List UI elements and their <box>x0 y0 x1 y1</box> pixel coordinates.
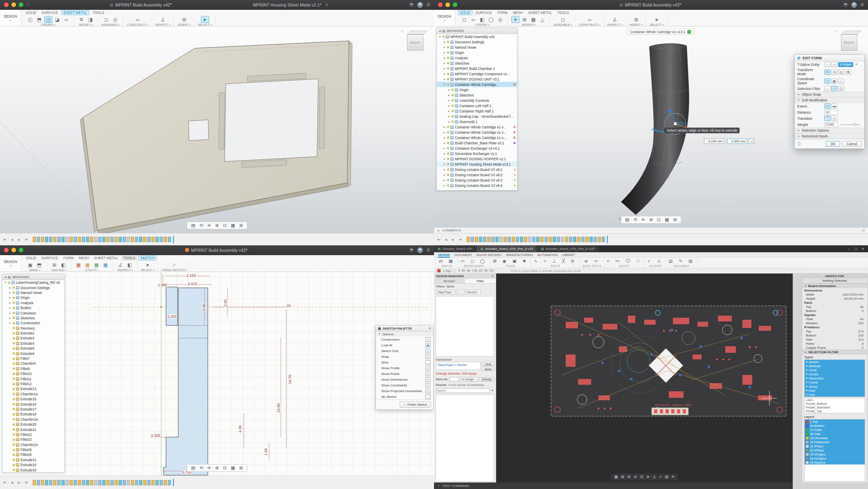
browser-tree-item[interactable]: ▸ Sketches <box>437 92 517 98</box>
timeline-feature-icon[interactable] <box>49 480 52 485</box>
edge-icon[interactable]: ─ <box>831 86 837 91</box>
layer-row[interactable]: 22 bPlace <box>805 448 865 452</box>
maximize-button[interactable] <box>19 2 23 7</box>
type-row[interactable]: Airwire <box>805 360 865 364</box>
expand-icon[interactable]: ▸ <box>443 179 446 182</box>
browser-tree-item[interactable]: ▸ Analysis <box>437 55 517 61</box>
group-label[interactable]: SELECT▾ <box>198 23 211 27</box>
browser-tree-item[interactable]: Fillet23 <box>2 437 64 442</box>
maximize-icon[interactable]: ▢ <box>854 247 858 251</box>
slider-knob[interactable] <box>854 123 857 126</box>
visibility-bulb-icon[interactable] <box>13 348 15 350</box>
timeline-feature-icon[interactable] <box>553 237 556 242</box>
timeline-feature-icon[interactable] <box>504 237 507 242</box>
expand-icon[interactable]: ▸ <box>447 120 450 123</box>
view-cube-top-face[interactable] <box>407 31 427 34</box>
utility-orange-icon[interactable]: ▦ <box>83 261 92 268</box>
expand-icon[interactable]: ▸ <box>447 88 450 92</box>
layer-row[interactable]: 20 Dimension <box>805 440 865 444</box>
browser-tree-item[interactable]: ▸ MPRINT DOSING HOPPER v1:1 <box>437 156 517 162</box>
visibility-bulb-icon[interactable] <box>13 418 15 420</box>
browser-tree-item[interactable]: Fillet9 <box>2 366 64 371</box>
timeline-feature-icon[interactable] <box>82 237 85 242</box>
titlebar[interactable]: MPRINT Build Assembly v42* ⬒ ⊞ <box>0 245 434 255</box>
local-space-icon[interactable]: ∟ <box>838 79 844 84</box>
type-row[interactable]: Circle <box>805 368 865 372</box>
visibility-bulb-icon[interactable] <box>447 52 449 54</box>
timeline-feature-icon[interactable] <box>53 237 56 242</box>
operator-select[interactable]: =▾ <box>457 290 464 294</box>
timeline-feature-icon[interactable] <box>41 480 44 485</box>
expand-icon[interactable]: ▸ <box>447 99 450 102</box>
visibility-bulb-icon[interactable] <box>447 153 449 155</box>
timeline-feature-icon[interactable] <box>589 237 593 242</box>
browser-tree-item[interactable]: ▾ LaserHousingCasing_RD v6 <box>2 280 64 285</box>
sketch-dimension[interactable]: 2.163 <box>186 274 196 278</box>
weight-input[interactable]: 0.000 <box>824 122 838 127</box>
timeline-feature-icon[interactable] <box>499 237 503 242</box>
timeline-feature-icon[interactable] <box>471 237 474 242</box>
timeline[interactable]: ⇤◂▸⇥ <box>0 233 434 245</box>
group-label[interactable]: MODIFY▾ <box>79 23 93 27</box>
edge-filter-icon[interactable]: ─ <box>831 62 837 67</box>
timeline-feature-icon[interactable] <box>544 237 548 242</box>
palette-option-row[interactable]: 3D Sketch <box>376 394 433 399</box>
sketch-dimension[interactable]: 24.60 <box>277 403 281 413</box>
timeline-feature-icon[interactable] <box>585 237 589 242</box>
job-status-icon[interactable]: ⬒ <box>843 2 847 7</box>
DOCUMENT[interactable]: DOCUMENT <box>454 253 472 257</box>
timeline-feature-icon[interactable] <box>155 480 159 485</box>
browser-tree-item[interactable]: ▸ Dosing Actuator Board V3 v9:3 ● <box>437 177 517 183</box>
timeline-feature-icon[interactable] <box>565 237 568 242</box>
timeline-feature-icon[interactable] <box>602 237 605 242</box>
SHEET METAL[interactable]: SHEET METAL <box>61 10 89 15</box>
sheet-icon[interactable]: ⬒ <box>35 16 43 23</box>
expand-icon[interactable]: ▸ <box>443 141 446 145</box>
sketch-dimension[interactable]: 2.165 <box>151 433 161 437</box>
translate-mode-icon[interactable]: ✛ <box>824 70 830 75</box>
expand-icon[interactable]: ▸ <box>447 104 450 108</box>
tab-close-icon[interactable]: ✕ <box>325 3 328 7</box>
toolbar-group-icons[interactable]: ▭ ◻ ◯ <box>461 258 488 264</box>
orbit-icon[interactable]: ⟲ <box>199 465 203 471</box>
layer-row[interactable]: 19 Unrouted <box>805 436 865 440</box>
settings-icon[interactable]: ✛ <box>672 475 675 479</box>
palette-option-row[interactable]: Show Projected Geometries ✓ <box>376 388 433 394</box>
FORM[interactable]: FORM <box>495 10 510 15</box>
expand-icon[interactable]: ▸ <box>447 94 450 97</box>
move-icon[interactable]: ⌖ <box>659 475 661 479</box>
collapse-icon[interactable]: ◂ <box>439 29 441 33</box>
visibility-bulb-icon[interactable] <box>13 373 15 375</box>
edit-form-icon[interactable]: ✛ <box>511 16 519 23</box>
palette-option-row[interactable]: Slice <box>376 359 433 365</box>
sketch-dimension[interactable]: 4.30 <box>238 425 242 433</box>
play-icon[interactable]: ▸ <box>16 480 22 485</box>
SURFACE[interactable]: SURFACE <box>474 10 494 15</box>
flange-icon[interactable]: ◰ <box>26 16 34 23</box>
timeline-feature-icon[interactable] <box>164 480 167 485</box>
visibility-bulb-icon[interactable] <box>13 358 15 360</box>
visibility-bulb-icon[interactable] <box>447 57 449 59</box>
timeline-feature-icon[interactable] <box>495 237 499 242</box>
timeline-feature-icon[interactable] <box>168 237 171 242</box>
sketch-viewport[interactable]: 2.1632.4131.5883.408.80252.16334.7024.60… <box>0 272 434 476</box>
fit-icon[interactable]: ⊡ <box>223 465 227 471</box>
viewports-icon[interactable]: ⊞ <box>239 465 243 471</box>
visibility-bulb-icon[interactable] <box>447 158 449 160</box>
timeline-feature-icon[interactable] <box>524 237 527 242</box>
timeline-feature-icon[interactable] <box>557 237 560 242</box>
toolbar-group-icons[interactable]: ⌖ ✂ ⟲ ◱ <box>607 258 642 264</box>
browser-tree-item[interactable]: ▸ Overmold 1 <box>437 119 517 124</box>
browser-tree-item[interactable]: Chamfer24 <box>2 442 64 447</box>
timeline-feature-icon[interactable] <box>487 237 490 242</box>
group-label[interactable]: INSERT▾ <box>630 23 643 27</box>
comments-expand-icon[interactable]: ⊡ <box>862 229 865 232</box>
utility-blue-icon[interactable]: ▦ <box>101 261 110 268</box>
option-checkbox[interactable]: ✓ <box>425 377 430 382</box>
expand-icon[interactable]: ▸ <box>443 136 446 139</box>
visibility-bulb-icon[interactable] <box>13 428 15 431</box>
visibility-bulb-icon[interactable] <box>13 383 15 385</box>
group-label[interactable]: ADD-INS▾ <box>52 268 66 272</box>
browser-tree-item[interactable]: ▸ Bodies <box>2 305 64 310</box>
layers-icon[interactable]: ▦ <box>614 475 618 479</box>
